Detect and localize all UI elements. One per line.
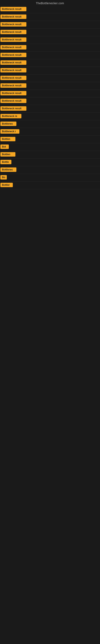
- bottleneck-badge[interactable]: Bottleneck result: [0, 106, 26, 111]
- bottleneck-badge[interactable]: Bottleneck result: [0, 14, 26, 19]
- bottleneck-badge[interactable]: Bottlenec: [0, 168, 16, 172]
- bottleneck-badge[interactable]: Bo: [0, 175, 7, 180]
- bottleneck-badge[interactable]: Bottleneck result: [0, 76, 26, 80]
- result-row: Bottlenec: [0, 166, 100, 174]
- result-row: Bottleneck result: [0, 90, 100, 98]
- result-row: Bottleneck result: [0, 67, 100, 74]
- result-row: Bottleneck r: [0, 128, 100, 136]
- result-row: Bottleneck result: [0, 74, 100, 82]
- bottleneck-badge[interactable]: Bottleneck result: [0, 45, 26, 50]
- bottleneck-badge[interactable]: Bottleneck result: [0, 98, 26, 103]
- site-header: TheBottlenecker.com: [0, 0, 100, 6]
- result-row: Bottleneck result: [0, 13, 100, 21]
- bottleneck-badge[interactable]: Bottle: [0, 160, 11, 164]
- result-row: Bottleneck result: [0, 21, 100, 28]
- bottleneck-badge[interactable]: Bottleneck result: [0, 68, 26, 72]
- result-row: Bottlenec: [0, 120, 100, 128]
- result-row: Bottleneck result: [0, 98, 100, 105]
- result-row: Bottlen: [0, 136, 100, 143]
- bottleneck-badge[interactable]: Bottleneck result: [0, 53, 26, 57]
- result-row: Bottleneck result: [0, 52, 100, 59]
- bottleneck-badge[interactable]: Bottlen: [0, 137, 15, 141]
- result-row: Bottleneck result: [0, 6, 100, 13]
- result-row: Bottleneck re: [0, 113, 100, 120]
- bottleneck-badge[interactable]: Bottlen: [0, 152, 15, 156]
- bottleneck-badge[interactable]: Bottleneck result: [0, 30, 26, 34]
- result-row: Bottleneck result: [0, 36, 100, 44]
- bottleneck-badge[interactable]: Bottlenec: [0, 122, 16, 126]
- bottleneck-badge[interactable]: Bottleneck result: [0, 7, 26, 11]
- result-row: Bottlen: [0, 151, 100, 158]
- bottleneck-badge[interactable]: Bottleneck result: [0, 22, 26, 26]
- bottleneck-badge[interactable]: Bottler: [0, 183, 13, 187]
- results-list: Bottleneck result Bottleneck result Bott…: [0, 6, 100, 189]
- bottleneck-badge[interactable]: Bottleneck result: [0, 38, 26, 42]
- empty-space: [0, 189, 100, 310]
- bottleneck-badge[interactable]: Bottleneck r: [0, 129, 19, 134]
- site-title: TheBottlenecker.com: [36, 2, 64, 5]
- footer-space: [0, 310, 100, 471]
- result-row: Bottleneck result: [0, 82, 100, 90]
- bottleneck-badge[interactable]: Bottleneck result: [0, 83, 26, 88]
- result-row: Bot: [0, 143, 100, 151]
- result-row: Bottleneck result: [0, 44, 100, 52]
- bottleneck-badge[interactable]: Bottleneck result: [0, 60, 26, 65]
- result-row: Bottle: [0, 158, 100, 166]
- result-row: Bottleneck result: [0, 105, 100, 113]
- result-row: Bottleneck result: [0, 59, 100, 67]
- bottleneck-badge[interactable]: Bot: [0, 144, 9, 149]
- result-row: Bo: [0, 174, 100, 182]
- result-row: Bottler: [0, 182, 100, 189]
- bottleneck-badge[interactable]: Bottleneck re: [0, 114, 21, 118]
- bottleneck-badge[interactable]: Bottleneck result: [0, 91, 26, 96]
- result-row: Bottleneck result: [0, 28, 100, 36]
